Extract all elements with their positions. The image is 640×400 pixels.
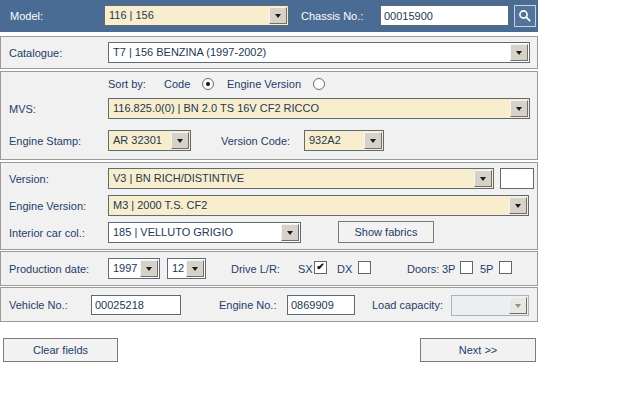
sort-by-label: Sort by: [108,78,146,90]
drive-dx-checkbox[interactable] [358,261,371,274]
version-label: Version: [9,173,49,185]
production-month-value: 12 [168,259,185,278]
version-code-select[interactable]: 932A2 [304,130,384,151]
load-capacity-select [451,295,529,316]
drive-sx-checkbox[interactable]: ✔ [314,261,327,274]
chevron-down-icon[interactable] [140,260,158,277]
mvs-label: MVS: [9,103,36,115]
sort-option-engine-version-radio[interactable] [313,78,325,90]
doors-3p-checkbox[interactable] [460,261,473,274]
catalogue-label: Catalogue: [9,47,62,59]
version-section: Version: V3 | BN RICH/DISTINTIVE Engine … [0,162,538,250]
next-button-label: Next >> [459,344,498,356]
vehicle-lookup-form: Model: 116 | 156 Chassis No.: Catalogue:… [0,0,640,400]
version-code-select-value: 932A2 [305,131,363,150]
load-capacity-value [452,296,508,315]
chevron-down-icon[interactable] [510,44,528,61]
chevron-down-icon[interactable] [509,197,527,214]
header-bar: Model: 116 | 156 Chassis No.: [0,0,538,32]
chevron-down-icon[interactable] [269,7,287,24]
chevron-down-icon[interactable] [474,170,492,187]
clear-fields-button[interactable]: Clear fields [3,338,118,362]
sort-option-code-label: Code [164,78,190,90]
interior-color-label: Interior car col.: [9,227,85,239]
model-select-value: 116 | 156 [105,6,268,25]
doors-5p-label: 5P [480,263,493,275]
clear-fields-button-label: Clear fields [33,344,88,356]
magnifier-icon [518,9,532,23]
engine-no-input[interactable] [287,295,355,315]
production-month-select[interactable]: 12 [167,258,206,279]
sort-option-engine-version-label: Engine Version [227,78,301,90]
vehicle-no-label: Vehicle No.: [9,299,68,311]
engine-stamp-label: Engine Stamp: [9,135,81,147]
chassis-label: Chassis No.: [301,10,363,22]
chevron-down-icon[interactable] [171,132,189,149]
chassis-input[interactable] [380,5,509,26]
catalogue-select-value: T7 | 156 BENZINA (1997-2002) [109,43,509,62]
chevron-down-icon[interactable] [364,132,382,149]
mvs-select[interactable]: 116.825.0(0) | BN 2.0 TS 16V CF2 RICCO [108,98,530,119]
engine-stamp-select[interactable]: AR 32301 [108,130,191,151]
show-fabrics-button[interactable]: Show fabrics [338,221,434,243]
numbers-section: Vehicle No.: Engine No.: Load capacity: [0,287,538,322]
catalogue-select[interactable]: T7 | 156 BENZINA (1997-2002) [108,42,530,63]
engine-no-label: Engine No.: [219,299,276,311]
next-button[interactable]: Next >> [420,338,536,362]
version-select[interactable]: V3 | BN RICH/DISTINTIVE [108,168,494,189]
version-code-label: Version Code: [221,135,290,147]
chevron-down-icon [509,297,527,314]
drive-dx-label: DX [337,263,352,275]
engine-version-select-value: M3 | 2000 T.S. CF2 [109,196,508,215]
engine-version-select[interactable]: M3 | 2000 T.S. CF2 [108,195,529,216]
mvs-select-value: 116.825.0(0) | BN 2.0 TS 16V CF2 RICCO [109,99,509,118]
chevron-down-icon[interactable] [186,260,204,277]
version-select-value: V3 | BN RICH/DISTINTIVE [109,169,473,188]
interior-color-select-value: 185 | VELLUTO GRIGIO [109,223,280,242]
chevron-down-icon[interactable] [510,100,528,117]
drive-label: Drive L/R: [231,263,280,275]
model-select[interactable]: 116 | 156 [104,5,289,26]
version-extra-input[interactable] [500,168,534,189]
model-label: Model: [10,10,43,22]
vehicle-no-input[interactable] [91,295,181,315]
drive-sx-label: SX [298,263,313,275]
production-date-label: Production date: [9,263,89,275]
doors-5p-checkbox[interactable] [499,261,512,274]
sort-option-code-radio[interactable] [202,78,214,90]
catalogue-section: Catalogue: T7 | 156 BENZINA (1997-2002) [0,36,538,69]
production-year-value: 1997 [109,259,139,278]
doors-label: Doors: [407,263,439,275]
show-fabrics-button-label: Show fabrics [355,226,418,238]
production-year-select[interactable]: 1997 [108,258,160,279]
chevron-down-icon[interactable] [281,224,299,241]
doors-3p-label: 3P [442,263,455,275]
search-button[interactable] [514,5,536,27]
engine-stamp-select-value: AR 32301 [109,131,170,150]
mvs-section: Sort by: Code Engine Version MVS: 116.82… [0,71,538,160]
engine-version-label: Engine Version: [9,200,86,212]
production-section: Production date: 1997 12 Drive L/R: SX ✔… [0,251,538,286]
interior-color-select[interactable]: 185 | VELLUTO GRIGIO [108,222,301,243]
load-capacity-label: Load capacity: [372,299,443,311]
